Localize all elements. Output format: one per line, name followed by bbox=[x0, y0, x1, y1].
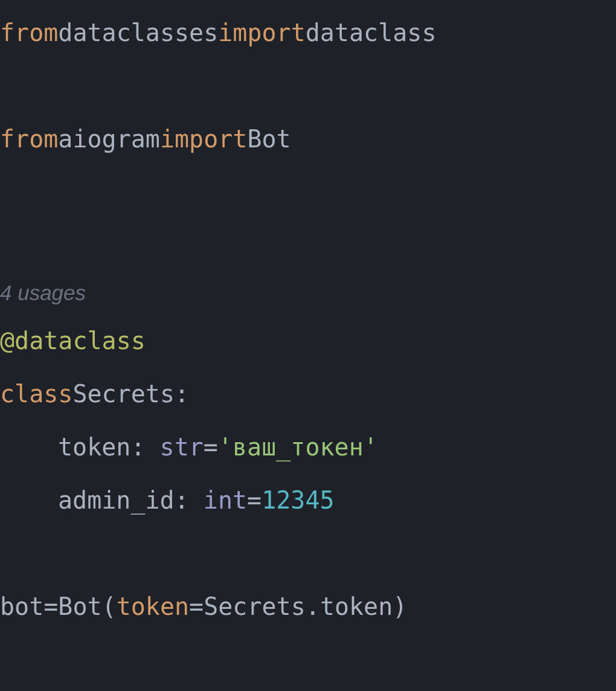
code-line-blank bbox=[0, 59, 616, 112]
type-annotation: int bbox=[204, 482, 247, 518]
keyword-class: class bbox=[0, 376, 72, 412]
code-line-import-1: from dataclasses import dataclass bbox=[0, 6, 616, 59]
call-name: Bot bbox=[58, 588, 101, 625]
variable-name: bot bbox=[0, 588, 43, 625]
dot: . bbox=[306, 588, 320, 625]
keyword-from: from bbox=[0, 121, 58, 157]
code-line-blank bbox=[0, 219, 616, 272]
code-line-field-1: token: str = 'ваш_токен' bbox=[0, 420, 616, 474]
colon: : bbox=[175, 376, 189, 412]
module-name: dataclasses bbox=[58, 14, 218, 51]
code-line-class-def: class Secrets: bbox=[0, 367, 616, 420]
string-literal: 'ваш_токен' bbox=[218, 429, 378, 465]
equals: = bbox=[43, 588, 58, 625]
code-line-blank bbox=[0, 527, 616, 580]
code-line-decorator: @dataclass bbox=[0, 314, 616, 367]
keyword-import: import bbox=[218, 14, 306, 51]
equals: = bbox=[204, 429, 218, 465]
param-equals: = bbox=[189, 588, 204, 625]
decorator: @dataclass bbox=[0, 323, 146, 359]
param-name: token bbox=[117, 588, 189, 625]
close-paren: ) bbox=[393, 588, 407, 625]
code-line-blank bbox=[0, 166, 616, 219]
keyword-from: from bbox=[0, 14, 58, 51]
import-name: dataclass bbox=[306, 14, 437, 51]
arg-attr: token bbox=[320, 588, 393, 625]
type-annotation: str bbox=[160, 429, 204, 465]
field-name: token bbox=[58, 429, 130, 465]
usages-hint[interactable]: 4 usages bbox=[0, 272, 616, 314]
import-name: Bot bbox=[247, 121, 290, 157]
code-line-field-2: admin_id: int = 12345 bbox=[0, 474, 616, 527]
code-editor[interactable]: from dataclasses import dataclass from a… bbox=[0, 0, 616, 633]
number-literal: 12345 bbox=[261, 482, 334, 518]
arg-object: Secrets bbox=[204, 588, 306, 625]
open-paren: ( bbox=[102, 588, 117, 625]
equals: = bbox=[247, 482, 261, 518]
code-line-import-2: from aiogram import Bot bbox=[0, 112, 616, 166]
keyword-import: import bbox=[160, 121, 248, 157]
module-name: aiogram bbox=[58, 121, 160, 157]
code-line-assignment: bot = Bot(token=Secrets.token) bbox=[0, 580, 616, 633]
field-name: admin_id bbox=[58, 482, 175, 518]
class-name: Secrets bbox=[72, 376, 175, 412]
